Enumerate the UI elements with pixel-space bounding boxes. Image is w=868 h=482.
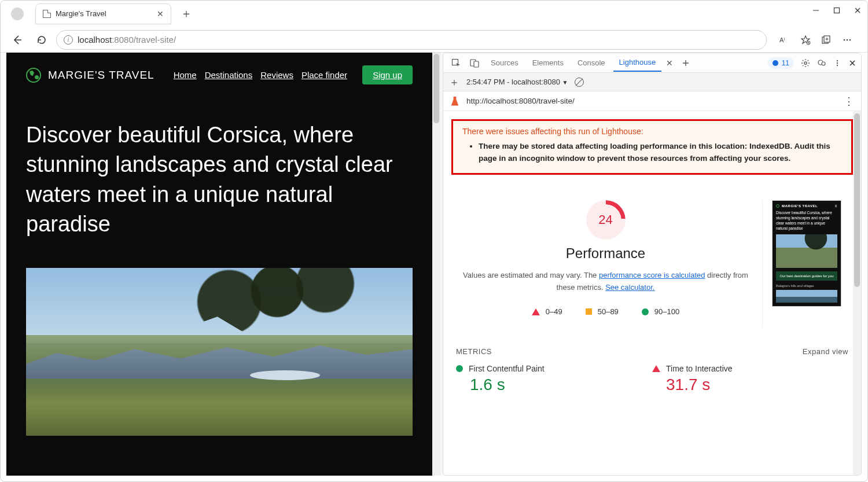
tab-console[interactable]: Console — [572, 54, 611, 71]
mini-hero-image — [776, 234, 837, 268]
devtools-close-icon[interactable] — [848, 59, 856, 67]
metric-fcp: First Contentful Paint 1.6 s — [456, 364, 652, 394]
report-more-icon[interactable]: ⋮ — [844, 95, 854, 108]
hamburger-icon: ≡ — [835, 204, 837, 208]
metrics-label: METRICS — [456, 347, 492, 356]
svg-line-27 — [808, 65, 808, 65]
metric-tti: Time to Interactive 31.7 s — [652, 364, 848, 394]
expand-view-toggle[interactable]: Expand view — [803, 347, 848, 356]
more-menu-icon[interactable] — [842, 35, 852, 45]
favorites-icon[interactable] — [800, 35, 811, 45]
tab-sources[interactable]: Sources — [485, 54, 524, 71]
svg-point-33 — [837, 62, 838, 63]
url-text: localhost:8080/travel-site/ — [78, 35, 176, 45]
svg-line-28 — [803, 65, 803, 65]
screenshot-thumbnail-column: MARGIE'S TRAVEL≡ Discover beautiful Cors… — [763, 200, 855, 328]
score-title: Performance — [449, 245, 762, 262]
metrics-header: METRICS Expand view — [443, 328, 861, 360]
warning-item: There may be stored data affecting loadi… — [479, 141, 842, 165]
svg-point-13 — [844, 39, 845, 41]
collections-icon[interactable] — [821, 35, 832, 45]
report-summary: 24 Performance Values are estimated and … — [443, 183, 861, 328]
clear-reports-icon[interactable] — [575, 78, 584, 87]
svg-point-31 — [822, 62, 825, 65]
settings-gear-icon[interactable] — [801, 58, 810, 68]
hero-heading: Discover beautiful Corsica, where stunni… — [6, 97, 432, 256]
site-brand: MARGIE'S TRAVEL — [48, 69, 155, 82]
nav-destinations[interactable]: Destinations — [205, 70, 253, 80]
tab-lighthouse-close-icon[interactable]: ✕ — [664, 58, 675, 68]
nav-home[interactable]: Home — [174, 70, 197, 80]
new-tab-button[interactable]: ＋ — [176, 3, 197, 24]
more-tabs-button[interactable] — [678, 55, 694, 71]
feedback-icon[interactable] — [817, 58, 826, 68]
page-scrollbar[interactable] — [432, 53, 440, 476]
minimize-button[interactable] — [812, 6, 820, 14]
circle-green-icon — [642, 308, 649, 315]
browser-tab[interactable]: Margie's Travel ✕ — [35, 3, 171, 24]
page-thumbnail[interactable]: MARGIE'S TRAVEL≡ Discover beautiful Cors… — [772, 200, 841, 307]
devtools-more-icon[interactable] — [833, 59, 841, 67]
tab-lighthouse[interactable]: Lighthouse — [613, 54, 662, 72]
mini-strip-image — [776, 290, 837, 303]
nav-placefinder[interactable]: Place finder — [301, 70, 347, 80]
lighthouse-toolbar: ＋ 2:54:47 PM - localhost:8080 ▼ — [443, 73, 861, 91]
issues-pill[interactable]: 11 — [768, 57, 794, 69]
triangle-red-icon — [652, 365, 660, 372]
globe-icon — [26, 68, 41, 83]
toolbar-right-icons: A⁾ — [771, 35, 860, 45]
maximize-button[interactable] — [833, 6, 841, 14]
inspect-element-icon[interactable] — [448, 55, 464, 71]
lighthouse-warning-box: There were issues affecting this run of … — [451, 119, 853, 175]
tab-elements[interactable]: Elements — [527, 54, 569, 71]
new-report-button[interactable]: ＋ — [449, 75, 459, 89]
svg-point-15 — [849, 39, 851, 41]
profile-avatar[interactable] — [11, 8, 24, 20]
see-calculator-link[interactable]: See calculator. — [605, 283, 654, 292]
svg-rect-1 — [834, 8, 840, 13]
toolbar: i localhost:8080/travel-site/ A⁾ — [1, 27, 867, 53]
tab-strip: Margie's Travel ✕ ＋ — [1, 1, 867, 27]
warning-title: There were issues affecting this run of … — [462, 127, 842, 136]
page-icon — [43, 10, 51, 18]
browser-chrome: Margie's Travel ✕ ＋ i localhost:8080/tra… — [1, 1, 867, 53]
lighthouse-logo-icon — [450, 97, 459, 106]
devtools-pane: Sources Elements Console Lighthouse ✕ 11… — [443, 53, 862, 476]
square-orange-icon — [586, 308, 592, 315]
svg-rect-18 — [474, 61, 479, 67]
device-toggle-icon[interactable] — [466, 55, 483, 71]
chevron-down-icon: ▼ — [562, 79, 568, 86]
devtools-scrollbar[interactable] — [853, 111, 861, 475]
svg-point-14 — [847, 39, 848, 41]
back-button[interactable] — [8, 30, 27, 50]
lighthouse-report-body[interactable]: There were issues affecting this run of … — [443, 111, 861, 475]
content-split: MARGIE'S TRAVEL Home Destinations Review… — [6, 53, 862, 476]
site-info-icon[interactable]: i — [64, 35, 73, 45]
tab-close-icon[interactable]: ✕ — [157, 9, 164, 19]
signup-button[interactable]: Sign up — [362, 65, 413, 84]
audited-url: http://localhost:8080/travel-site/ — [466, 97, 575, 105]
report-session-dropdown[interactable]: 2:54:47 PM - localhost:8080 ▼ — [466, 78, 568, 86]
mini-globe-icon — [776, 204, 779, 208]
nav-reviews[interactable]: Reviews — [260, 70, 293, 80]
lighthouse-url-bar: http://localhost:8080/travel-site/ ⋮ — [443, 91, 861, 111]
issues-count: 11 — [782, 59, 789, 67]
read-aloud-icon[interactable]: A⁾ — [779, 35, 790, 45]
page-viewport[interactable]: MARGIE'S TRAVEL Home Destinations Review… — [6, 53, 432, 476]
address-bar[interactable]: i localhost:8080/travel-site/ — [56, 30, 767, 50]
refresh-button[interactable] — [32, 30, 52, 50]
window-controls — [812, 6, 862, 14]
close-window-button[interactable] — [854, 6, 862, 14]
svg-point-21 — [804, 61, 807, 64]
tab-title: Margie's Travel — [56, 9, 106, 18]
score-legend: 0–49 50–89 90–100 — [449, 307, 762, 316]
metrics-row: First Contentful Paint 1.6 s Time to Int… — [443, 360, 861, 406]
page-pane: MARGIE'S TRAVEL Home Destinations Review… — [6, 53, 440, 476]
metric-fcp-value: 1.6 s — [456, 376, 652, 394]
svg-point-34 — [837, 64, 838, 65]
issues-dot-icon — [773, 60, 778, 66]
svg-line-29 — [808, 60, 808, 61]
metric-tti-value: 31.7 s — [652, 376, 848, 394]
site-header: MARGIE'S TRAVEL Home Destinations Review… — [6, 53, 432, 97]
score-calc-link[interactable]: performance score is calculated — [599, 271, 705, 279]
